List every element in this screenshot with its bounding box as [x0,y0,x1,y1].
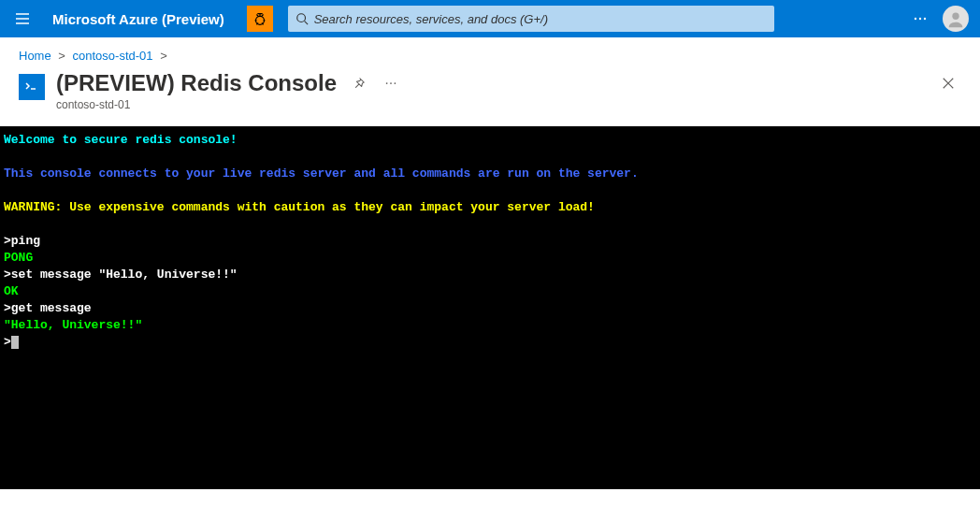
svg-point-2 [915,18,916,20]
console-page-icon [19,74,45,100]
search-input[interactable] [314,12,767,26]
console-warning-line: WARNING: Use expensive commands with cau… [4,200,595,214]
svg-point-8 [390,82,392,84]
top-navigation-bar: Microsoft Azure (Preview) [0,0,980,37]
search-box[interactable] [288,6,774,32]
svg-point-1 [296,14,305,22]
breadcrumb-separator: > [160,49,167,63]
hamburger-menu-button[interactable] [7,4,37,34]
hamburger-icon [15,11,30,26]
close-blade-button[interactable] [935,70,961,96]
svg-point-3 [919,18,921,20]
svg-rect-6 [24,80,39,94]
more-horizontal-icon [384,77,397,90]
console-prompt: > [4,335,11,349]
breadcrumb-separator: > [58,49,65,63]
page-title: (PREVIEW) Redis Console [56,70,337,96]
console-command-line: >ping [4,234,40,248]
pin-button[interactable] [350,74,368,93]
console-response-line: OK [4,284,19,298]
header-more-button[interactable] [382,74,400,93]
topbar-more-button[interactable] [905,4,935,34]
console-info-line: This console connects to your live redis… [4,166,639,181]
terminal-icon [24,80,39,94]
breadcrumb-resource-link[interactable]: contoso-std-01 [73,49,153,63]
console-response-line: "Hello, Universe!!" [4,318,142,332]
breadcrumb-home-link[interactable]: Home [19,49,51,63]
report-bug-button[interactable] [247,6,273,32]
svg-point-9 [395,82,396,84]
console-command-line: >set message "Hello, Universe!!" [4,268,238,282]
page-title-group: (PREVIEW) Redis Console contoso-std-01 [56,70,400,111]
search-icon [295,12,309,25]
brand-label[interactable]: Microsoft Azure (Preview) [45,11,232,27]
svg-point-0 [255,16,264,24]
redis-console-output[interactable]: Welcome to secure redis console! This co… [0,126,980,489]
svg-point-5 [952,13,958,20]
pin-icon [353,77,366,90]
close-icon [942,77,955,90]
page-header: (PREVIEW) Redis Console contoso-std-01 [0,66,980,126]
avatar-icon [945,8,966,29]
console-cursor [11,336,19,349]
page-subtitle: contoso-std-01 [56,98,400,111]
console-welcome-line: Welcome to secure redis console! [4,133,238,147]
bug-icon [252,10,268,27]
breadcrumb: Home > contoso-std-01 > [0,37,980,66]
user-avatar-button[interactable] [943,6,969,32]
console-command-line: >get message [4,301,92,315]
svg-point-7 [386,82,388,84]
console-response-line: PONG [4,251,33,265]
more-horizontal-icon [913,11,928,26]
svg-point-4 [924,18,926,20]
